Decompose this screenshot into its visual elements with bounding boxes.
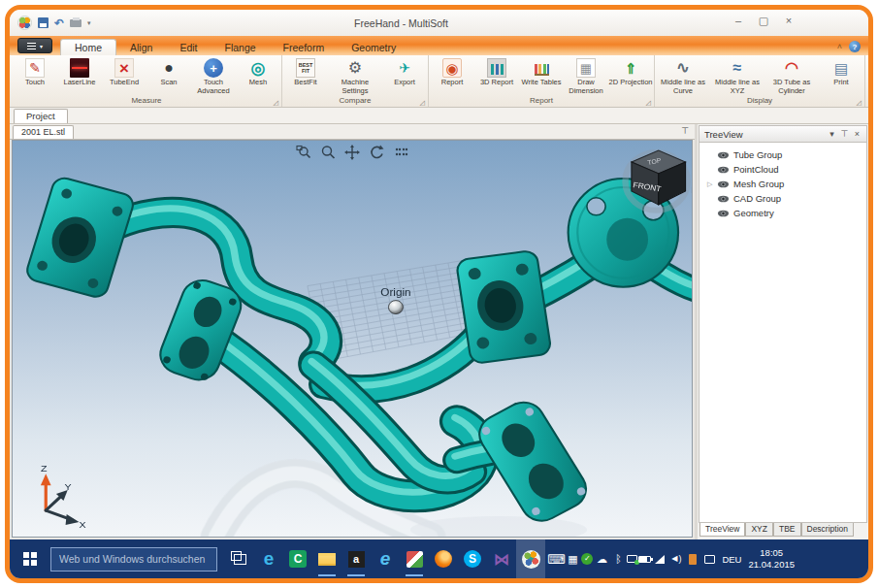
touch-advanced-button[interactable]: +Touch Advanced bbox=[191, 56, 236, 95]
pin-icon[interactable]: ⊤ bbox=[681, 127, 689, 136]
visibility-eye-icon[interactable] bbox=[717, 180, 733, 188]
minimize-button[interactable]: – bbox=[729, 12, 748, 29]
3d-tube-as-cylinder-button[interactable]: ◠3D Tube as Cylinder bbox=[764, 56, 819, 95]
clock[interactable]: 18:05 21.04.2015 bbox=[748, 547, 795, 571]
middle-line-as-curve-button[interactable]: ∿Middle line as Curve bbox=[656, 56, 710, 95]
app-menu-button[interactable]: ▾ bbox=[17, 38, 52, 53]
middle-line-as-xyz-button[interactable]: ≈Middle line as XYZ bbox=[710, 56, 764, 95]
laserline-button[interactable]: LaserLine bbox=[57, 56, 102, 87]
pan-button[interactable] bbox=[344, 145, 360, 160]
project-tab[interactable]: Project bbox=[14, 109, 68, 123]
dialog-launcher-icon[interactable]: ◿ bbox=[420, 99, 425, 106]
manual-xyz-button[interactable]: .xyzManual XYZ bbox=[866, 56, 873, 87]
tab-geometry[interactable]: Geometry bbox=[338, 40, 409, 56]
tab-flange[interactable]: Flange bbox=[211, 40, 269, 56]
rotate-button[interactable] bbox=[369, 145, 384, 160]
tab-align[interactable]: Align bbox=[116, 40, 166, 56]
zoom-button[interactable] bbox=[320, 145, 336, 160]
panel-tab-treeview[interactable]: TreeView bbox=[699, 523, 745, 537]
tab-freeform[interactable]: Freeform bbox=[270, 40, 339, 56]
close-button[interactable]: × bbox=[779, 12, 798, 29]
report-button[interactable]: ◉Report bbox=[430, 56, 474, 87]
expander-icon[interactable]: ▷ bbox=[707, 180, 717, 187]
draw-dimension-button[interactable]: ▦Draw Dimension bbox=[564, 56, 608, 95]
tree-item-tube-group[interactable]: Tube Group bbox=[699, 147, 866, 162]
help-button[interactable]: ? bbox=[849, 41, 861, 52]
taskbar-app-office[interactable]: a bbox=[341, 539, 371, 578]
undo-button[interactable]: ↶ bbox=[54, 17, 64, 29]
taskbar-app-explorer[interactable] bbox=[312, 539, 341, 578]
updates-icon[interactable] bbox=[685, 551, 700, 567]
tree-item-mesh-group[interactable]: ▷Mesh Group bbox=[699, 177, 866, 191]
fit-view-button[interactable] bbox=[393, 145, 408, 160]
visibility-eye-icon[interactable] bbox=[717, 210, 733, 217]
taskbar-app-task-view[interactable] bbox=[225, 539, 254, 578]
dialog-launcher-icon[interactable]: ◿ bbox=[857, 99, 862, 106]
panel-menu-icon[interactable]: ▾ bbox=[826, 130, 838, 139]
panel-tab-xyz[interactable]: XYZ bbox=[745, 523, 773, 537]
bluetooth-icon[interactable]: ᛒ bbox=[610, 551, 626, 567]
machine-settings-button[interactable]: ⚙Machine Settings bbox=[328, 56, 382, 95]
dialog-launcher-icon[interactable]: ◿ bbox=[646, 99, 651, 106]
visibility-eye-icon[interactable] bbox=[717, 151, 733, 159]
tubeend-button[interactable]: ×TubeEnd bbox=[102, 56, 146, 87]
start-button[interactable] bbox=[10, 539, 50, 578]
scan-button[interactable]: ●Scan bbox=[146, 56, 191, 87]
print-button[interactable]: ▤Print bbox=[819, 56, 863, 87]
taskbar-app-expression[interactable]: ⋈ bbox=[487, 539, 516, 578]
print-quick-button[interactable] bbox=[70, 19, 81, 27]
volume-icon[interactable]: ◀ bbox=[668, 551, 684, 567]
panel-tab-description[interactable]: Description bbox=[801, 523, 855, 537]
bestfit-button[interactable]: BEST FITBestFit bbox=[283, 56, 328, 87]
export-button[interactable]: ✈Export bbox=[382, 56, 427, 87]
write-tables-button[interactable]: Write Tables bbox=[519, 56, 564, 87]
maximize-button[interactable]: ▢ bbox=[754, 12, 773, 29]
taskbar-app-firefox[interactable] bbox=[429, 539, 458, 578]
taskbar-app-freehand[interactable] bbox=[516, 539, 545, 578]
2d-projection-button[interactable]: ⇑2D Projection bbox=[608, 56, 653, 87]
document-tab[interactable]: 2001 EL.stl bbox=[13, 125, 74, 139]
3d-report-button[interactable]: 3D Report bbox=[474, 56, 519, 87]
schedule-icon[interactable]: ▦ bbox=[565, 551, 580, 567]
onedrive-icon[interactable]: ☁ bbox=[594, 551, 609, 567]
view-cube[interactable]: E FRONT TOP bbox=[625, 150, 692, 211]
tab-home[interactable]: Home bbox=[60, 39, 116, 56]
security-icon[interactable]: ✓ bbox=[581, 553, 593, 565]
network-icon[interactable] bbox=[627, 555, 637, 563]
svg-text:E: E bbox=[691, 184, 692, 195]
button-label: 3D Report bbox=[480, 79, 513, 87]
tree-item-cad-group[interactable]: CAD Group bbox=[699, 191, 866, 206]
dialog-launcher-icon[interactable]: ◿ bbox=[274, 99, 278, 106]
panel-tab-tbe[interactable]: TBE bbox=[773, 523, 801, 537]
touch-advanced-icon: + bbox=[204, 58, 223, 78]
visibility-eye-icon[interactable] bbox=[717, 166, 733, 174]
visibility-eye-icon[interactable] bbox=[717, 195, 733, 203]
touch-button[interactable]: ✎Touch bbox=[13, 56, 57, 87]
ribbon-group-compare: BEST FITBestFit⚙Machine Settings✈ExportC… bbox=[282, 55, 429, 107]
keyboard-icon[interactable]: ⌨ bbox=[548, 551, 564, 567]
ribbon-collapse-button[interactable]: ˄ bbox=[837, 42, 842, 51]
windows-logo-icon bbox=[23, 552, 37, 566]
tree-item-pointcloud[interactable]: PointCloud bbox=[699, 162, 866, 177]
3d-scene[interactable]: Origin E FRONT TOP bbox=[13, 141, 692, 537]
signal-icon[interactable] bbox=[652, 551, 667, 567]
taskbar-app-internet-explorer[interactable]: e bbox=[371, 539, 400, 578]
save-button[interactable] bbox=[38, 17, 49, 28]
panel-close-icon[interactable]: × bbox=[851, 130, 863, 139]
mesh-button[interactable]: ◎Mesh bbox=[236, 56, 280, 87]
right-flange bbox=[456, 250, 552, 365]
taskbar-app-edge[interactable]: e bbox=[254, 539, 283, 578]
battery-icon[interactable] bbox=[638, 556, 651, 563]
panel-pin-icon[interactable]: ⊤ bbox=[838, 130, 851, 139]
taskbar-app-skype[interactable] bbox=[458, 539, 487, 578]
search-input[interactable] bbox=[50, 547, 217, 572]
tab-edit[interactable]: Edit bbox=[166, 40, 211, 56]
viewport-3d[interactable]: Origin E FRONT TOP bbox=[12, 140, 693, 538]
taskbar-app-app-green[interactable] bbox=[283, 539, 312, 578]
action-center-icon[interactable] bbox=[701, 551, 717, 567]
taskbar-app-media[interactable] bbox=[400, 539, 429, 578]
language-indicator[interactable]: DEU bbox=[722, 554, 741, 565]
zoom-window-button[interactable] bbox=[296, 145, 311, 160]
tree-item-geometry[interactable]: Geometry bbox=[699, 206, 866, 220]
customize-quick-access-button[interactable]: ▾ bbox=[87, 19, 91, 27]
